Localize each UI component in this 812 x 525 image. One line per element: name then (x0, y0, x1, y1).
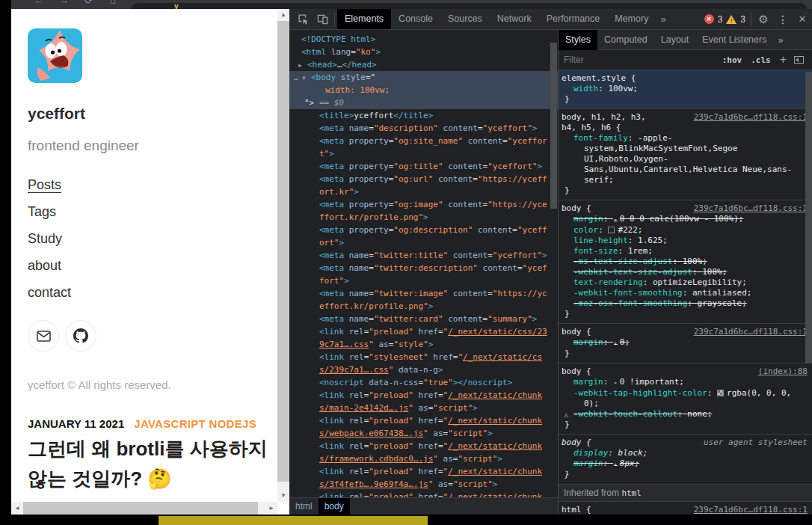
dom-tree-node[interactable]: 9c7a1….css" as="style"> (289, 338, 558, 351)
more-sidebar-tabs-icon[interactable]: » (773, 34, 787, 46)
dom-tree-node[interactable]: s/webpack-e067438….js" as="script"> (289, 427, 558, 440)
styles-scrollbar-thumb[interactable] (805, 72, 812, 363)
dom-tree-node[interactable]: <link rel="stylesheet" href="/_next/stat… (289, 351, 558, 363)
back-icon[interactable]: ← (34, 0, 43, 6)
page-horizontal-scrollbar[interactable]: ◄ ► (11, 502, 277, 515)
css-declaration[interactable]: -webkit-text-size-adjust: 100%; (562, 267, 808, 277)
css-declaration[interactable]: width: 100vw; (562, 84, 808, 94)
elements-scrollbar-thumb[interactable] (550, 43, 557, 209)
scroll-down-icon[interactable]: ▼ (280, 493, 286, 499)
issues-badges[interactable]: ✕ 3 ! 3 (701, 14, 748, 25)
breadcrumb-body[interactable]: body (319, 498, 350, 515)
dom-tree-node[interactable]: <link rel="preload" href="/_next/static/… (289, 491, 558, 497)
dom-tree-node[interactable]: <meta name="twitter:description" content… (289, 262, 558, 274)
css-declaration[interactable]: text-rendering: optimizeLegibility; (562, 277, 808, 288)
dom-tree-node[interactable]: s/main-2e4142d….js" as="script"> (289, 402, 558, 414)
dom-tree-node[interactable]: <title>yceffort</title> (289, 109, 558, 122)
element-classes-toggle[interactable]: .cls (751, 55, 771, 65)
css-declaration[interactable]: -moz-osx-font-smoothing: grayscale; (562, 298, 808, 309)
sidebar-tab-layout[interactable]: Layout (654, 30, 696, 50)
nav-link-posts[interactable]: Posts (28, 177, 71, 204)
shorthand-expand-icon[interactable]: ▸ (614, 461, 618, 467)
github-button[interactable] (65, 320, 96, 351)
css-rule[interactable]: body {user agent stylesheetdisplay: bloc… (559, 435, 812, 485)
dom-tree-node[interactable]: fort"> (289, 274, 558, 287)
dom-tree-node[interactable]: <link rel="preload" href="/_next/static/… (289, 389, 558, 402)
dom-tree-node[interactable]: <meta property="og:site_name" content="y… (289, 135, 558, 147)
dom-tree-node[interactable]: <link rel="preload" href="/_next/static/… (289, 440, 558, 452)
shorthand-expand-icon[interactable]: ▸ (614, 216, 618, 223)
dom-tree-node[interactable]: <meta name="twitter:title" content="ycef… (289, 249, 558, 262)
css-rule[interactable]: element.style {width: 100vw;} (559, 70, 812, 109)
refresh-icon[interactable]: ⟳ (84, 0, 93, 6)
dom-tree-node[interactable]: s/3f4fefb….9e69f4a….js" as="script"> (289, 478, 558, 491)
kebab-menu-icon[interactable]: ⋮ (773, 10, 793, 29)
scroll-up-icon[interactable]: ▲ (280, 12, 286, 18)
css-declaration[interactable]: font-size: 1rem; (562, 246, 808, 257)
css-declaration[interactable]: margin: ▸0 0 0 calc(100vw - 100%); (562, 214, 808, 225)
stylesheet-source-link[interactable]: 239c7a1d6bc…df118.css:1 (694, 203, 808, 214)
dom-tree-node[interactable]: <meta property="og:description" content=… (289, 224, 558, 236)
css-declaration[interactable]: display: block; (562, 448, 808, 458)
dom-tree-node[interactable]: <meta name="twitter:image" content="http… (289, 287, 558, 300)
post-title-link[interactable]: 그런데 왜 brotli를 사용하지 않는 것일까? 🤔 (28, 434, 277, 494)
css-rule[interactable]: html {239c7a1d6bc…df118.css:1} (559, 502, 812, 515)
nav-link-study[interactable]: Study (28, 231, 71, 258)
breadcrumb-html[interactable]: html (289, 498, 319, 515)
stylesheet-source-link[interactable]: 239c7a1d6bc…df118.css:1 (694, 505, 808, 515)
mail-button[interactable] (28, 320, 59, 351)
dom-tree-node[interactable]: <link rel="preload" href="/_next/static/… (289, 465, 558, 478)
new-style-rule-icon[interactable]: + (780, 53, 787, 67)
address-bar[interactable]: y (131, 3, 808, 9)
shorthand-expand-icon[interactable]: ▸ (614, 340, 618, 346)
avatar[interactable] (28, 28, 82, 83)
nav-link-contact[interactable]: contact (28, 285, 71, 312)
nav-link-about[interactable]: about (28, 258, 71, 285)
pseudo-state-toggle[interactable]: :hov (722, 55, 742, 65)
dom-tree-node-selected[interactable]: width: 100vw; (289, 84, 558, 96)
dom-tree-node[interactable]: <meta name="description" content="yceffo… (289, 122, 558, 135)
scroll-right-icon[interactable]: ► (268, 506, 274, 512)
dom-tree-node[interactable]: <meta property="og:image" content="https… (289, 198, 558, 211)
dom-tree-node[interactable]: ort"> (289, 236, 558, 249)
dom-tree-node[interactable]: t"> (289, 147, 558, 160)
css-declaration[interactable]: line-height: 1.625; (562, 236, 808, 246)
forward-icon[interactable]: → (59, 0, 69, 6)
dom-tree-node-selected[interactable]: "> == $0 (289, 96, 558, 109)
more-tabs-icon[interactable]: » (656, 13, 670, 25)
nav-link-tags[interactable]: Tags (28, 204, 71, 231)
css-declaration[interactable]: ⚠-webkit-touch-callout: none; (562, 409, 808, 420)
dom-tree-node[interactable]: s/framework.cdbdac0….js" as="script"> (289, 452, 558, 465)
dom-tree-node[interactable]: <meta property="og:title" content="yceff… (289, 160, 558, 173)
stylesheet-source-link[interactable]: 239c7a1d6bc…df118.css:1 (694, 327, 808, 337)
horizontal-scroll-thumb[interactable] (23, 502, 258, 515)
tab-elements[interactable]: Elements (337, 9, 391, 29)
stylesheet-source-link[interactable]: 239c7a1d6bc…df118.css:1 (694, 112, 808, 123)
tab-console[interactable]: Console (391, 9, 440, 29)
home-icon[interactable]: ⌂ (110, 0, 116, 6)
dom-tree-node-selected[interactable]: …▼<body style=" (289, 71, 558, 84)
dom-tree-node[interactable]: ▶<head>…</head> (289, 58, 558, 71)
page-vertical-scrollbar[interactable]: ▲ ▼ (277, 9, 289, 502)
settings-gear-icon[interactable]: ⚙ (754, 10, 773, 29)
tab-network[interactable]: Network (490, 9, 539, 29)
css-rule[interactable]: body {(index):88margin: ▸0 !important;-w… (559, 363, 812, 435)
close-icon[interactable]: ✕ (793, 10, 812, 29)
post-tags[interactable]: JAVASCRIPT NODEJS (134, 417, 256, 430)
dom-tree-node[interactable]: <link rel="preload" href="/_next/static/… (289, 414, 558, 427)
scroll-left-icon[interactable]: ◄ (14, 506, 20, 512)
dom-tree-node[interactable]: ort.kr"> (289, 185, 558, 198)
dom-tree-node[interactable]: <!DOCTYPE html> (289, 33, 558, 46)
css-declaration[interactable]: font-family: -apple-system,BlinkMacSyste… (562, 133, 808, 185)
shorthand-expand-icon[interactable]: ▸ (614, 379, 618, 386)
vertical-scroll-thumb[interactable] (277, 21, 289, 482)
css-rule[interactable]: body {239c7a1d6bc…df118.css:1margin: ▸0 … (559, 200, 812, 324)
dom-tree-node[interactable]: effort.kr/profile.png"> (289, 300, 558, 313)
dom-tree-node[interactable]: <link rel="preload" href="/_next/static/… (289, 325, 558, 338)
filter-input[interactable]: Filter (564, 55, 718, 65)
dom-tree-node[interactable]: ffort.kr/profile.png"> (289, 211, 558, 224)
sidebar-tab-styles[interactable]: Styles (559, 30, 597, 50)
tab-memory[interactable]: Memory (607, 9, 656, 29)
sidebar-tab-event-listeners[interactable]: Event Listeners (695, 30, 773, 50)
css-declaration[interactable]: color: #222; (562, 225, 808, 236)
